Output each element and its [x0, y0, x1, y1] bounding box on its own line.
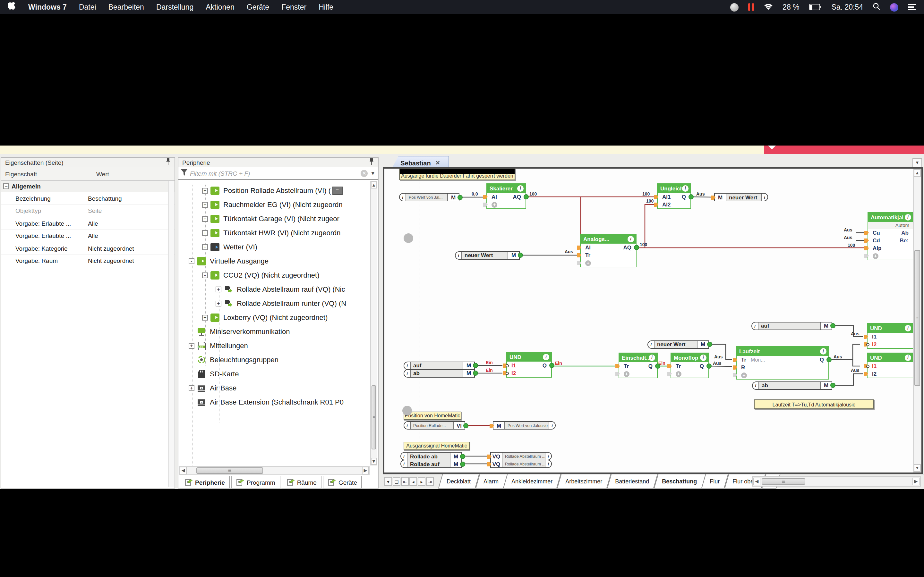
memory-flag-rollade-abstellraum-[interactable]: VQRollade Abstellraum ...i — [490, 460, 552, 468]
inline-collapse-button[interactable]: − — [332, 186, 342, 195]
sheet-tab-deckblatt[interactable]: Deckblatt — [440, 474, 477, 488]
function-block-analogs[interactable]: Analogs...iAIAQTr+ — [580, 234, 636, 268]
output-connector[interactable] — [706, 364, 712, 369]
function-block-monoflop[interactable]: MonoflopiTrQ+ — [670, 353, 709, 378]
tree-vscroll-thumb[interactable]: ≡ — [372, 385, 376, 450]
output-connector[interactable] — [460, 461, 465, 466]
panel-tab-räume[interactable]: Räume — [282, 476, 322, 488]
output-connector[interactable] — [457, 195, 463, 200]
apple-logo-icon[interactable] — [8, 2, 16, 13]
input-connector[interactable] — [667, 364, 672, 368]
prev-page-button[interactable]: ◂ — [409, 477, 417, 486]
sheet-tab-flur[interactable]: Flur — [703, 474, 726, 488]
memory-flag-ab[interactable]: iabM — [404, 369, 475, 377]
tree-item-wetter-vi-[interactable]: +Wetter (VI) — [202, 240, 257, 254]
tree-item-sd-karte[interactable]: SD-Karte — [189, 367, 239, 381]
property-row[interactable]: Vorgabe: Erlaubte ...Alle — [1, 230, 174, 242]
filter-dropdown-icon[interactable]: ▼ — [370, 170, 375, 176]
canvas-hscroll-thumb[interactable]: ☰ — [762, 478, 805, 485]
add-parameter-icon[interactable]: + — [624, 371, 630, 377]
pin-icon[interactable] — [166, 158, 171, 166]
tree-item-virtuelle-ausg-nge[interactable]: -Virtuelle Ausgänge — [189, 254, 268, 268]
first-page-button[interactable]: ⇤ — [401, 477, 409, 486]
output-connector[interactable] — [707, 342, 712, 347]
function-block-ungleich[interactable]: UngleichiAI1QAI2 — [657, 183, 691, 209]
output-connector[interactable] — [655, 364, 660, 369]
add-parameter-icon[interactable]: + — [741, 372, 747, 378]
output-connector[interactable] — [523, 194, 529, 199]
input-connector[interactable] — [864, 334, 868, 339]
close-tab-icon[interactable]: ✕ — [435, 160, 440, 166]
expand-icon[interactable]: + — [202, 244, 208, 250]
memory-flag-ab[interactable]: iabM — [752, 381, 832, 390]
expand-icon[interactable]: + — [202, 216, 208, 221]
expand-icon[interactable]: + — [202, 201, 208, 207]
tree-item-rauchmelder-eg-vi-nicht-zugeor[interactable]: +Rauchmelder EG (VI) (Nicht zugeordn — [202, 197, 342, 211]
wifi-icon[interactable] — [763, 3, 773, 11]
tree-vscrollbar[interactable]: ▲ ≡ ▼ — [370, 181, 377, 466]
memory-flag-rollade-auf[interactable]: iRollade aufM — [401, 460, 462, 468]
memory-flag-rollade-abstellraum-[interactable]: VQRollade Abstellraum ...i — [490, 452, 552, 460]
column-header-wert[interactable]: Wert — [92, 170, 113, 177]
sheet-tab-alarm[interactable]: Alarm — [477, 474, 505, 488]
column-header-eigenschaft[interactable]: Eigenschaft — [1, 170, 92, 177]
property-row[interactable]: Vorgabe: RaumNicht zugeordnet — [1, 255, 174, 268]
last-page-button[interactable]: ⇥ — [426, 477, 434, 486]
panel-tab-geräte[interactable]: Geräte — [323, 476, 362, 488]
input-connector[interactable] — [615, 364, 620, 368]
menu-item-darstellung[interactable]: Darstellung — [156, 3, 194, 11]
menu-item-datei[interactable]: Datei — [79, 3, 96, 11]
menu-item-bearbeiten[interactable]: Bearbeiten — [108, 3, 144, 11]
sheet-tab-arbeitszimmer[interactable]: Arbeitszimmer — [559, 474, 609, 488]
filter-clear-icon[interactable]: ✕ — [360, 169, 368, 177]
clock[interactable]: Sa. 20:54 — [832, 3, 863, 11]
tree-item-t-rkontakt-hwr-vi-nicht-zugeor[interactable]: +Türkontakt HWR (VI) (Nicht zugeordn — [202, 226, 341, 240]
panel-tab-peripherie[interactable]: Peripherie — [180, 476, 230, 488]
input-connector[interactable] — [577, 253, 582, 258]
sheet-tab-ankleidezimmer[interactable]: Ankleidezimmer — [505, 474, 559, 488]
function-block-und[interactable]: UNDiI1I2 — [867, 323, 914, 349]
tree-item-t-rkontakt-garage-vi-nicht-zug[interactable]: +Türkontakt Garage (VI) (Nicht zugeor — [202, 211, 339, 226]
memory-flag-rollade-ab[interactable]: iRollade abM — [401, 452, 462, 460]
memory-flag-neuer-wert[interactable]: ineuer WertM — [648, 340, 709, 348]
input-connector[interactable] — [864, 372, 868, 376]
memory-flag-pos-wert-von-jalousie[interactable]: MPos Wert von Jalousiei — [493, 421, 556, 430]
properties-scrollbar[interactable] — [168, 181, 174, 487]
function-block-einschalt[interactable]: Einschalt...iTrQ+ — [619, 353, 658, 378]
menu-item-hilfe[interactable]: Hilfe — [318, 3, 333, 11]
collapse-icon[interactable]: - — [189, 258, 194, 264]
function-block-und[interactable]: UNDiI1QI2 — [506, 352, 552, 378]
input-connector[interactable] — [733, 365, 737, 370]
add-parameter-icon[interactable]: + — [585, 260, 591, 266]
input-connector[interactable] — [654, 195, 658, 199]
function-block-skalierer[interactable]: SkaliereriAIAQ+ — [486, 183, 526, 209]
input-connector[interactable] — [864, 246, 869, 250]
input-connector[interactable] — [864, 230, 869, 235]
output-connector[interactable] — [518, 253, 523, 258]
property-row[interactable]: Vorgabe: Erlaubte ...Alle — [1, 218, 174, 230]
expand-icon[interactable]: + — [202, 187, 208, 193]
output-connector[interactable] — [460, 454, 465, 459]
function-block-automatikjal[interactable]: AutomatikjaliAutomCuAbCdBe:Alp+ — [867, 212, 914, 260]
function-block-laufzeit[interactable]: LaufzeitiTrMon...QR+ — [736, 346, 829, 380]
tree-item-mitteilungen[interactable]: +LOGMitteilungen — [189, 338, 248, 353]
tree-item-ccu2-vq-nicht-zugeordnet-[interactable]: -CCU2 (VQ) (Nicht zugeordnet) — [202, 268, 320, 282]
block-info-icon[interactable]: i — [905, 325, 911, 332]
property-row[interactable]: BezeichnungBeschattung — [1, 192, 174, 205]
sheet-tab-batteriestand[interactable]: Batteriestand — [609, 474, 656, 488]
block-info-icon[interactable]: i — [905, 355, 911, 361]
tree-hscrollbar[interactable]: ◀ ☰ ▶ — [179, 466, 370, 475]
block-info-icon[interactable]: i — [543, 354, 549, 360]
output-connector[interactable] — [827, 357, 832, 362]
block-info-icon[interactable]: i — [517, 185, 523, 192]
tree-item-air-base[interactable]: +AAir Base — [189, 381, 236, 395]
siri-icon[interactable] — [890, 3, 898, 11]
sheet-tab-beschattung[interactable]: Beschattung — [656, 474, 703, 488]
memory-flag-pos-wert-von-jal-[interactable]: iPos Wert von Jal...M — [399, 193, 459, 201]
add-parameter-icon[interactable]: + — [676, 371, 682, 377]
vm-icon[interactable] — [730, 3, 738, 11]
function-block-und[interactable]: UNDiI1I2 — [867, 353, 914, 378]
tab-menu-button[interactable]: ▾ — [384, 477, 392, 486]
input-connector[interactable] — [864, 238, 869, 243]
input-connector[interactable] — [483, 195, 488, 199]
